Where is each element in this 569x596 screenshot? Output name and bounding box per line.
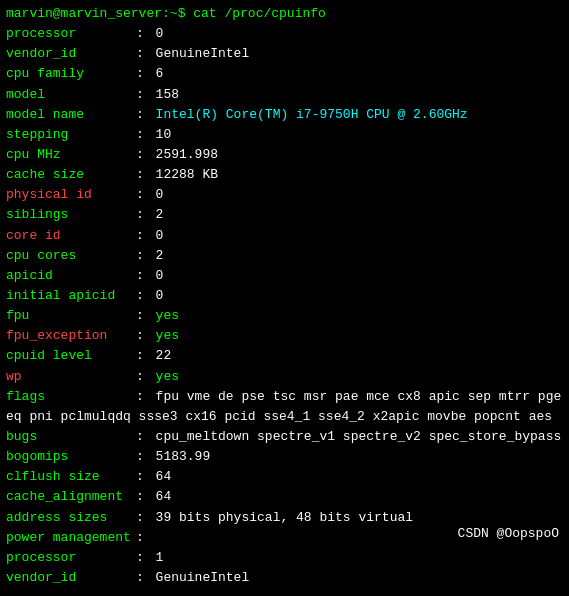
terminal-line: fpu: yes xyxy=(6,306,563,326)
line-colon: : xyxy=(136,286,152,306)
line-key: siblings xyxy=(6,205,136,225)
line-colon: : xyxy=(136,205,152,225)
line-key: fpu_exception xyxy=(6,326,136,346)
terminal-line: model: 158 xyxy=(6,85,563,105)
line-colon: : xyxy=(136,528,144,548)
terminal-line: physical id: 0 xyxy=(6,185,563,205)
line-key: stepping xyxy=(6,125,136,145)
line-value: 10 xyxy=(156,125,172,145)
line-value: 64 xyxy=(156,467,172,487)
line-value: 64 xyxy=(156,487,172,507)
line-key: cpu MHz xyxy=(6,145,136,165)
line-key: cpuid level xyxy=(6,346,136,366)
line-colon: : xyxy=(136,226,152,246)
line-colon: : xyxy=(136,367,152,387)
line-value: cpu_meltdown spectre_v1 spectre_v2 spec_… xyxy=(156,427,562,447)
terminal-line: apicid: 0 xyxy=(6,266,563,286)
line-key: initial apicid xyxy=(6,286,136,306)
line-value: 0 xyxy=(156,185,164,205)
line-colon: : xyxy=(136,246,152,266)
line-key: apicid xyxy=(6,266,136,286)
line-value: GenuineIntel xyxy=(156,568,250,588)
line-colon: : xyxy=(136,165,152,185)
line-colon: : xyxy=(136,24,152,44)
terminal-line: vendor_id: GenuineIntel xyxy=(6,568,563,588)
terminal-line: initial apicid: 0 xyxy=(6,286,563,306)
line-value: 158 xyxy=(156,85,179,105)
line-value: 39 bits physical, 48 bits virtual xyxy=(156,508,413,528)
terminal-line: cpu family: 6 xyxy=(6,64,563,84)
line-colon: : xyxy=(136,145,152,165)
terminal-line: cpu MHz: 2591.998 xyxy=(6,145,563,165)
line-key: fpu xyxy=(6,306,136,326)
terminal-line: core id: 0 xyxy=(6,226,563,246)
line-value: 6 xyxy=(156,64,164,84)
line-key: model xyxy=(6,85,136,105)
line-value: 2 xyxy=(156,205,164,225)
line-colon: : xyxy=(136,389,152,404)
terminal-line: flags: fpu vme de pse tsc msr pae mce cx… xyxy=(6,387,563,427)
line-colon: : xyxy=(136,568,152,588)
line-key: cpu cores xyxy=(6,246,136,266)
line-colon: : xyxy=(136,427,152,447)
line-key: physical id xyxy=(6,185,136,205)
line-value: yes xyxy=(156,306,179,326)
terminal-line: model name: Intel(R) Core(TM) i7-9750H C… xyxy=(6,105,563,125)
line-value: 5183.99 xyxy=(156,447,211,467)
line-colon: : xyxy=(136,105,152,125)
line-key: cache_alignment xyxy=(6,487,136,507)
terminal-line: processor: 1 xyxy=(6,548,563,568)
terminal-line: cache_alignment: 64 xyxy=(6,487,563,507)
line-key: bugs xyxy=(6,427,136,447)
terminal-line: clflush size: 64 xyxy=(6,467,563,487)
terminal-line: bugs: cpu_meltdown spectre_v1 spectre_v2… xyxy=(6,427,563,447)
line-colon: : xyxy=(136,447,152,467)
line-colon: : xyxy=(136,346,152,366)
line-value: 2 xyxy=(156,246,164,266)
line-key: address sizes xyxy=(6,508,136,528)
watermark: CSDN @OopspoO xyxy=(458,524,559,544)
line-colon: : xyxy=(136,185,152,205)
line-value: 0 xyxy=(156,286,164,306)
terminal-line: stepping: 10 xyxy=(6,125,563,145)
line-colon: : xyxy=(136,125,152,145)
line-key: bogomips xyxy=(6,447,136,467)
line-value: yes xyxy=(156,326,179,346)
prompt-line: marvin@marvin_server:~$ cat /proc/cpuinf… xyxy=(6,4,563,24)
line-colon: : xyxy=(136,548,152,568)
terminal-line: cpuid level: 22 xyxy=(6,346,563,366)
line-key: power management xyxy=(6,528,136,548)
line-colon: : xyxy=(136,266,152,286)
line-colon: : xyxy=(136,306,152,326)
terminal-line: siblings: 2 xyxy=(6,205,563,225)
terminal-line: wp: yes xyxy=(6,367,563,387)
line-key: vendor_id xyxy=(6,44,136,64)
line-value: Intel(R) Core(TM) i7-9750H CPU @ 2.60GHz xyxy=(156,105,468,125)
line-colon: : xyxy=(136,326,152,346)
line-colon: : xyxy=(136,487,152,507)
line-value: GenuineIntel xyxy=(156,44,250,64)
line-key: processor xyxy=(6,24,136,44)
line-value: 0 xyxy=(156,266,164,286)
terminal-line: fpu_exception: yes xyxy=(6,326,563,346)
terminal-line: cache size: 12288 KB xyxy=(6,165,563,185)
line-key: flags xyxy=(6,387,136,407)
line-value: yes xyxy=(156,367,179,387)
line-value: 2591.998 xyxy=(156,145,218,165)
terminal-line: vendor_id: GenuineIntel xyxy=(6,44,563,64)
line-value: 22 xyxy=(156,346,172,366)
line-colon: : xyxy=(136,64,152,84)
line-key: model name xyxy=(6,105,136,125)
terminal-line: processor: 0 xyxy=(6,24,563,44)
line-value: 0 xyxy=(156,24,164,44)
line-value: 1 xyxy=(156,548,164,568)
line-colon: : xyxy=(136,44,152,64)
line-key: processor xyxy=(6,548,136,568)
prompt: marvin@marvin_server:~$ cat /proc/cpuinf… xyxy=(6,4,326,24)
line-colon: : xyxy=(136,508,152,528)
line-key: clflush size xyxy=(6,467,136,487)
terminal-line: cpu cores: 2 xyxy=(6,246,563,266)
line-key: cache size xyxy=(6,165,136,185)
line-key: vendor_id xyxy=(6,568,136,588)
line-key: wp xyxy=(6,367,136,387)
